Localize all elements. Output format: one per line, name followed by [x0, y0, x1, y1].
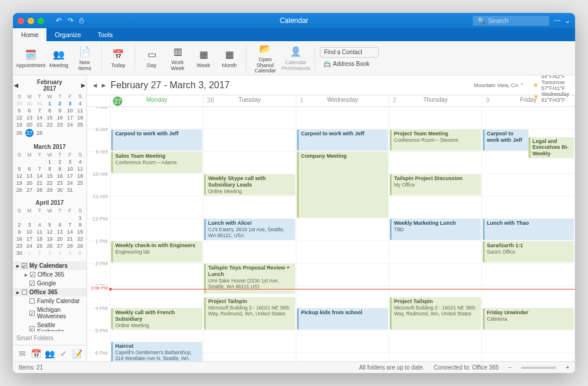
- tree-item[interactable]: ▸Office 365: [13, 288, 86, 297]
- minimize-button[interactable]: [28, 18, 34, 24]
- redo-icon[interactable]: ↷: [68, 16, 74, 25]
- calendar-event[interactable]: Project Team MeetingConference Room – St…: [390, 129, 481, 151]
- calendar-grid[interactable]: 7 AM8 AM9 AM10 AM11 AM12 PM1 PM2 PM3 PM4…: [87, 107, 575, 361]
- next-week-button[interactable]: ▶: [102, 82, 106, 88]
- location-label[interactable]: Mountain View, CA ⌃: [474, 82, 524, 88]
- calendar-event[interactable]: Lunch with Alice!CJ's Eatery, 2619 1st A…: [204, 219, 295, 240]
- outlook-window: ↶ ↷ ⎙ Calendar 🔍 Search ⋯ ⌄ HomeOrganize…: [13, 13, 575, 373]
- calendar-event[interactable]: Project TailspinMicrosoft Building 2 - 1…: [204, 297, 295, 330]
- tasks-icon[interactable]: ✓: [58, 349, 69, 358]
- tree-item[interactable]: ▸Office 365: [13, 270, 86, 279]
- calendar-header: ◀ ▶ February 27 - March 3, 2017 Mountain…: [87, 75, 575, 95]
- week-icon: ▦: [196, 48, 211, 62]
- people-icon[interactable]: 👥: [44, 349, 55, 358]
- tab-home[interactable]: Home: [13, 28, 46, 41]
- calendar-event[interactable]: Lunch with Thao: [483, 219, 574, 240]
- sidebar: ◀February 2017▶SMTWTFS293031123456789101…: [13, 75, 87, 361]
- permissions-icon: 👤: [289, 45, 303, 59]
- week-button[interactable]: ▦Week: [192, 48, 215, 69]
- find-contact-input[interactable]: Find a Contact: [320, 47, 379, 58]
- appointment-icon: 🗓️: [24, 48, 38, 62]
- now-indicator: 3:08 PM: [111, 289, 575, 290]
- weather-item[interactable]: ☀Tomorrow57°F/41°F: [533, 79, 569, 91]
- day-view-button[interactable]: ▭Day: [140, 48, 163, 69]
- work-week-icon: ▥: [171, 45, 185, 59]
- maximize-button[interactable]: [38, 18, 44, 24]
- calendar-event[interactable]: Legal and Executives Bi-WeeklyConference…: [529, 137, 574, 158]
- permissions-button[interactable]: 👤Calendar Permissions: [282, 45, 310, 72]
- tree-item[interactable]: Family Calendar: [13, 297, 86, 305]
- window-controls: [18, 18, 44, 24]
- window-title: Calendar: [280, 16, 309, 25]
- calendar-event[interactable]: Weekly check-in with EngineersEngineerin…: [111, 241, 202, 262]
- calendar-icon[interactable]: 📅: [31, 349, 41, 358]
- search-input[interactable]: 🔍 Search: [473, 16, 549, 26]
- calendar-event[interactable]: Project TailspinMicrosoft Building 2 - 1…: [390, 297, 481, 330]
- calendar-event[interactable]: Carpool to work with Jeff: [297, 129, 388, 151]
- calendar-event[interactable]: HaircutCapelli's Gentlemen's Barbershop,…: [111, 342, 202, 361]
- tree-item[interactable]: Michigan Wolverines: [13, 305, 86, 321]
- undo-icon[interactable]: ↶: [56, 16, 62, 25]
- shared-calendar-icon: 📂: [258, 42, 272, 56]
- mail-icon[interactable]: ✉: [17, 349, 28, 358]
- tree-item[interactable]: Seattle Seahawks: [13, 321, 86, 331]
- address-book-icon: 📇: [323, 61, 330, 67]
- chevron-down-icon[interactable]: ⌄: [564, 16, 570, 25]
- day-column[interactable]: Carpool to work with JeffLegal and Execu…: [482, 107, 575, 361]
- help-icon[interactable]: ⋯: [554, 16, 561, 25]
- calendar-main: ◀ ▶ February 27 - March 3, 2017 Mountain…: [87, 75, 575, 361]
- calendar-event[interactable]: Tailspin Project DiscussionMy Office: [390, 174, 481, 195]
- address-book-button[interactable]: 📇Address Book: [320, 59, 379, 69]
- date-range: February 27 - March 3, 2017: [111, 80, 230, 91]
- prev-week-button[interactable]: ◀: [93, 82, 97, 88]
- day-header[interactable]: 2Thursday: [389, 95, 482, 107]
- tree-item[interactable]: ▸My Calendars: [13, 261, 86, 270]
- day-header[interactable]: 27Monday: [111, 95, 203, 107]
- titlebar: ↶ ↷ ⎙ Calendar 🔍 Search ⋯ ⌄: [13, 13, 575, 28]
- tab-tools[interactable]: Tools: [89, 28, 121, 41]
- calendar-event[interactable]: Sales Team MeetingConference Room – Adam…: [111, 152, 202, 173]
- day-column[interactable]: Project Team MeetingConference Room – St…: [389, 107, 482, 361]
- calendar-event[interactable]: Weekly Skype call with Subsidiary LeadsO…: [204, 174, 295, 195]
- calendar-event[interactable]: Friday UnwinderCafeteria: [483, 308, 574, 330]
- calendar-event[interactable]: Carpool to work with Jeff: [483, 129, 529, 151]
- day-header[interactable]: 28Tuesday: [203, 95, 296, 107]
- day-icon: ▭: [145, 48, 159, 62]
- month-icon: ▦: [222, 48, 236, 62]
- day-header[interactable]: 1Wednesday: [296, 95, 389, 107]
- zoom-out-button[interactable]: −: [508, 364, 512, 371]
- calendar-event[interactable]: Sara/Garth 1:1Sara's Office: [483, 241, 574, 262]
- day-column[interactable]: Carpool to work with JeffSales Team Meet…: [111, 107, 203, 361]
- calendar-event[interactable]: Weekly Marketing LunchTBD: [390, 219, 481, 240]
- mini-calendar[interactable]: March 2017SMTWTFS12345678910111213141516…: [13, 140, 86, 196]
- open-shared-button[interactable]: 📂Open Shared Calendar: [251, 42, 279, 75]
- calendar-event[interactable]: Carpool to work with Jeff: [111, 129, 202, 151]
- ribbon-tabs: HomeOrganizeTools: [13, 28, 575, 41]
- notes-icon[interactable]: 📝: [72, 349, 82, 358]
- mini-calendar[interactable]: ◀February 2017▶SMTWTFS293031123456789101…: [13, 75, 86, 140]
- print-icon[interactable]: ⎙: [79, 16, 83, 25]
- tab-organize[interactable]: Organize: [46, 28, 89, 41]
- meeting-button[interactable]: 👥Meeting: [47, 48, 71, 69]
- work-week-button[interactable]: ▥Work Week: [166, 45, 189, 72]
- day-column[interactable]: Carpool to work with JeffCompany Meeting…: [296, 107, 389, 361]
- mini-calendar[interactable]: April 2017SMTWTFS12345678910111213141516…: [13, 196, 86, 259]
- calendar-event[interactable]: Weekly call with French SubsidiaryOnline…: [111, 308, 202, 330]
- zoom-in-button[interactable]: +: [566, 364, 569, 371]
- new-items-button[interactable]: 📄New Items: [73, 45, 96, 72]
- day-column[interactable]: Weekly Skype call with Subsidiary LeadsO…: [203, 107, 296, 361]
- day-header[interactable]: 3Friday: [482, 95, 575, 107]
- calendar-event[interactable]: Pickup kids from school: [297, 308, 388, 330]
- zoom-slider[interactable]: [521, 367, 556, 369]
- appointment-button[interactable]: 🗓️Appointment: [16, 48, 45, 69]
- today-icon: 📅: [111, 48, 125, 62]
- month-button[interactable]: ▦Month: [218, 48, 241, 69]
- tree-item[interactable]: Google: [13, 279, 86, 288]
- day-headers: 27Monday28Tuesday1Wednesday2Thursday3Fri…: [87, 95, 575, 107]
- new-items-icon: 📄: [78, 45, 92, 59]
- today-button[interactable]: 📅Today: [106, 48, 130, 69]
- close-button[interactable]: [18, 18, 24, 24]
- smart-folders[interactable]: Smart Folders: [13, 331, 86, 345]
- status-bar: Items: 21 All folders are up to date. Co…: [13, 361, 575, 373]
- calendar-event[interactable]: Company Meeting: [297, 152, 388, 218]
